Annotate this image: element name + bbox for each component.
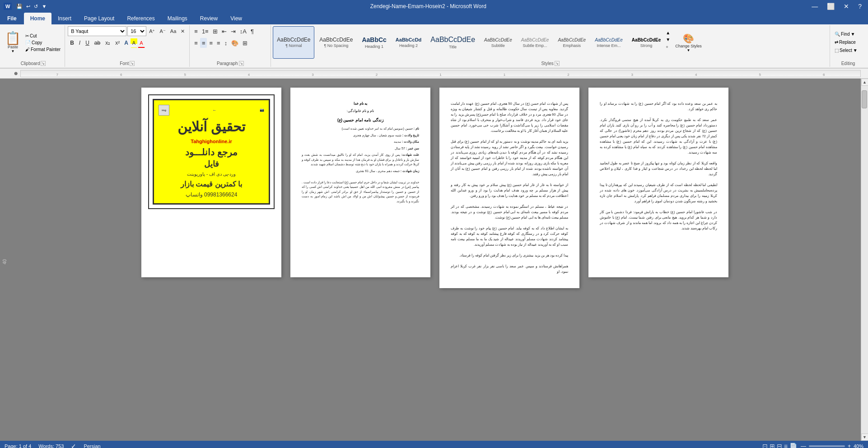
sort-btn[interactable]: ↕A	[238, 26, 248, 36]
font-size-select[interactable]: 16	[127, 26, 146, 36]
paragraph-expand-btn[interactable]: ↘	[239, 61, 244, 66]
shading-btn[interactable]: 🎨	[229, 38, 240, 48]
style-emphasis[interactable]: AaBbCcDdEe Emphasis	[554, 26, 590, 59]
font-name-select[interactable]: B Yaqut	[68, 26, 126, 36]
zoom-in-btn[interactable]: +	[848, 443, 851, 448]
redo-quick-btn[interactable]: ↺	[33, 4, 39, 9]
page2-heading: به نام خدا	[302, 101, 419, 106]
scrollbar-thumb[interactable]	[862, 90, 867, 108]
zoom-level[interactable]: 40%	[854, 443, 863, 448]
change-styles-dropdown-icon[interactable]: ▼	[687, 48, 691, 52]
web-layout-btn[interactable]: ⊟	[777, 443, 782, 448]
bold-button[interactable]: B	[68, 38, 76, 48]
align-right-btn[interactable]: ≡	[207, 38, 215, 48]
print-layout-btn[interactable]: ⊡	[762, 443, 768, 448]
page-2: به نام خدا نام و نام خانوادگی: زندگی نام…	[290, 88, 430, 277]
style-subtle-emphasis[interactable]: AaBbCcDdEe Subtle Emp...	[517, 26, 553, 59]
style-strong[interactable]: AaBbCcDdEe Strong	[628, 26, 665, 59]
decrease-indent-btn[interactable]: ⇤	[220, 26, 229, 36]
styles-expand-btn[interactable]: ⬦	[666, 44, 670, 49]
tab-review[interactable]: Review	[194, 13, 224, 24]
find-dropdown-icon[interactable]: ▼	[850, 32, 855, 37]
help-btn[interactable]: ?	[855, 3, 864, 10]
style-title[interactable]: AaBbCcDdEe Title	[426, 26, 479, 59]
justify-btn[interactable]: ≡	[215, 38, 222, 48]
font-expand-btn[interactable]: ↘	[130, 61, 135, 66]
draft-btn[interactable]: 📄	[789, 443, 797, 448]
superscript-button[interactable]: x²	[113, 38, 122, 48]
tab-insert[interactable]: Insert	[51, 13, 78, 24]
select-dropdown-icon[interactable]: ▼	[853, 48, 858, 53]
ad-formats: ورد-پی دی اف - پاورپوینت	[159, 171, 264, 177]
text-effects-btn[interactable]: A	[122, 38, 130, 48]
strong-preview: AaBbCcDdEe	[632, 37, 661, 42]
paintbrush-icon: 🖌	[25, 47, 30, 52]
find-button[interactable]: 🔍 Find ▼	[833, 31, 859, 37]
tab-mailings[interactable]: Mailings	[161, 13, 194, 24]
outline-btn[interactable]: ≡	[784, 443, 788, 448]
highlight-color-btn[interactable]: A	[131, 38, 137, 48]
undo-quick-btn[interactable]: ↩	[25, 4, 31, 9]
vertical-scrollbar[interactable]: ▲ ▼	[861, 79, 868, 441]
show-marks-btn[interactable]: ¶	[249, 26, 256, 36]
customize-quick-btn[interactable]: ▼	[41, 4, 47, 9]
tab-view[interactable]: View	[224, 13, 248, 24]
title-bar: W 💾 ↩ ↺ ▼ Zendegi-Name-Emam-Hosein2 - Mi…	[0, 0, 868, 13]
cut-button[interactable]: ✂ Cut	[24, 33, 62, 39]
tab-file[interactable]: File	[0, 13, 24, 24]
ad-file: فایل	[159, 159, 264, 170]
change-case-btn[interactable]: Aa	[168, 26, 178, 36]
multilevel-list-btn[interactable]: ⊞	[211, 26, 219, 36]
ruler-toggle-btn[interactable]: ⊕	[11, 71, 20, 76]
strikethrough-button[interactable]: ab	[92, 38, 103, 48]
font-color-btn[interactable]: A	[138, 38, 145, 48]
zoom-out-btn[interactable]: —	[801, 443, 806, 448]
tab-page-layout[interactable]: Page Layout	[78, 13, 121, 24]
italic-button[interactable]: I	[77, 38, 83, 48]
tab-home[interactable]: Home	[24, 13, 51, 24]
decrease-font-btn[interactable]: A⁻	[158, 26, 167, 36]
style-subtitle[interactable]: AaBbCcDdEe Subtitle	[480, 26, 516, 59]
scroll-down-btn[interactable]: ▼	[861, 434, 868, 441]
spell-check-icon[interactable]: ✓	[71, 443, 76, 448]
scroll-up-btn[interactable]: ▲	[861, 79, 868, 86]
zoom-slider[interactable]	[809, 445, 845, 447]
styles-scroll-down-btn[interactable]: ▼	[666, 37, 670, 42]
line-spacing-btn[interactable]: ↕	[223, 38, 229, 48]
replace-button[interactable]: ⇄ Replace	[833, 39, 859, 46]
clear-format-btn[interactable]: ✕	[179, 26, 187, 36]
clipboard-expand-btn[interactable]: ↘	[41, 61, 46, 66]
language-indicator[interactable]: Persian	[84, 443, 100, 448]
save-quick-btn[interactable]: 💾	[15, 4, 23, 9]
left-margin: 40	[0, 79, 9, 441]
style-no-spacing[interactable]: AaBbCcDdEe ¶ No Spacing	[315, 26, 357, 59]
select-button[interactable]: ⬚ Select ▼	[833, 47, 859, 54]
copy-button[interactable]: 📄 Copy	[24, 40, 62, 46]
paste-icon: 📋	[5, 32, 21, 45]
document-scroll[interactable]: 📷 ← img تحقیق آنلاین Tahghighonline.ir م…	[9, 79, 861, 441]
minimize-btn[interactable]: —	[809, 3, 821, 10]
bullets-button[interactable]: ≡	[192, 26, 200, 36]
paste-button[interactable]: 📋 Paste ▼	[3, 26, 23, 59]
format-painter-button[interactable]: 🖌 Format Painter	[24, 47, 62, 52]
full-screen-btn[interactable]: ⊞	[770, 443, 775, 448]
styles-expand-dialog-btn[interactable]: ↘	[555, 61, 560, 66]
close-btn[interactable]: ✕	[841, 3, 852, 10]
border-btn[interactable]: ⊞	[241, 38, 249, 48]
tab-references[interactable]: References	[121, 13, 161, 24]
underline-button[interactable]: U	[83, 38, 92, 48]
style-normal[interactable]: AaBbCcDdEe ¶ Normal	[273, 26, 314, 59]
maximize-btn[interactable]: ⬜	[824, 3, 837, 10]
change-styles-button[interactable]: 🎨 Change Styles ▼	[671, 26, 706, 59]
paste-dropdown-icon[interactable]: ▼	[11, 49, 15, 53]
styles-scroll-up-btn[interactable]: ▲	[666, 30, 670, 35]
align-center-btn[interactable]: ≡	[200, 38, 207, 48]
align-left-btn[interactable]: ≡	[192, 38, 200, 48]
subscript-button[interactable]: x₂	[103, 38, 112, 48]
style-intense-emphasis[interactable]: AaBbCcDdEe Intense Em...	[591, 26, 627, 59]
style-heading2[interactable]: AaBbCcDd Heading 2	[392, 26, 425, 59]
numbering-button[interactable]: 1≡	[200, 26, 210, 36]
style-heading1[interactable]: AaBbCc Heading 1	[358, 26, 390, 59]
increase-indent-btn[interactable]: ⇥	[229, 26, 238, 36]
increase-font-btn[interactable]: A⁺	[147, 26, 157, 36]
